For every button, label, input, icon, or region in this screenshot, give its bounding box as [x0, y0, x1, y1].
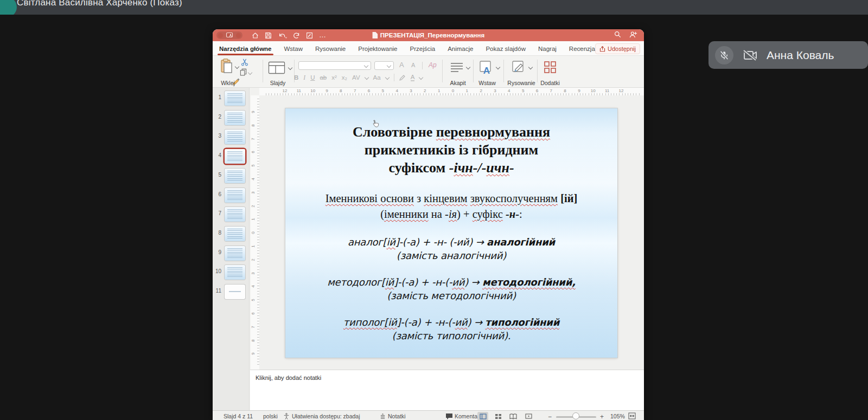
slide-thumbnail-3[interactable]: 3 [213, 130, 250, 146]
format-button-5[interactable]: x² [331, 74, 337, 81]
vertical-ruler[interactable]: 9876543210123456789 [251, 95, 260, 370]
form-compose-icon[interactable] [306, 32, 313, 39]
share-user-icon[interactable] [629, 30, 637, 40]
thumbnail-preview[interactable] [225, 91, 245, 106]
zoom-level-label[interactable]: 105% [610, 413, 625, 419]
format-chevron-icon[interactable] [364, 75, 368, 80]
addins-group-label[interactable]: Dodatki [540, 80, 560, 86]
slide-thumbnail-4[interactable]: 4 [213, 149, 250, 165]
slide[interactable]: Словотвірне перевнормуванняприкметників … [285, 108, 617, 358]
tab-8[interactable]: Nagraj [538, 41, 557, 56]
paste-group-label[interactable]: Wklej [221, 80, 235, 86]
slide-thumbnail-1[interactable]: 1 [213, 91, 250, 107]
more-commands-icon[interactable]: … [319, 33, 326, 38]
accessibility-status[interactable]: Ułatwienia dostępu: zbadaj [283, 413, 360, 419]
thumbnail-preview[interactable] [225, 130, 245, 144]
tab-3[interactable]: Rysowanie [315, 41, 346, 56]
format-button-6[interactable]: x₂ [342, 74, 347, 81]
format-chevron-icon[interactable] [385, 75, 389, 80]
window-title-bar[interactable]: … ПРЕЗЕНТАЦІЯ_Перевнормування [213, 29, 644, 41]
notes-pane[interactable]: Kliknij, aby dodać notatki [250, 370, 644, 410]
copy-icon[interactable] [240, 68, 247, 76]
format-button-4[interactable]: ab [320, 74, 327, 81]
thumbnail-preview[interactable] [225, 285, 245, 299]
tab-1[interactable]: Narzędzia główne [219, 41, 272, 56]
font-color-chevron-icon[interactable] [419, 75, 423, 80]
paste-icon[interactable] [220, 59, 233, 75]
font-name-select[interactable] [298, 61, 371, 70]
slide-body[interactable]: Іменникові основи з кінцевим звукосполуч… [285, 191, 617, 343]
slide-title[interactable]: Словотвірне перевнормуванняприкметників … [285, 123, 617, 177]
format-button-8[interactable]: Aa [373, 74, 381, 81]
grow-font-button[interactable]: A [399, 61, 404, 69]
participant-tile[interactable]: Анна Коваль [709, 41, 868, 69]
addins-icon[interactable] [544, 61, 557, 74]
insert-icon[interactable]: A [480, 61, 494, 75]
shrink-font-button[interactable]: A [411, 62, 415, 68]
fit-slide-icon[interactable] [628, 412, 636, 419]
save-icon[interactable] [265, 32, 272, 39]
thumbnail-preview[interactable] [225, 207, 245, 222]
notes-placeholder[interactable]: Kliknij, aby dodać notatki [256, 374, 321, 381]
thumbnail-preview[interactable] [225, 149, 245, 164]
slideshow-view-button[interactable] [523, 412, 534, 420]
new-slide-icon[interactable] [268, 61, 285, 74]
slides-group-label[interactable]: Slajdy [270, 80, 286, 86]
slide-thumbnail-7[interactable]: 7 [213, 207, 250, 223]
thumbnail-preview[interactable] [225, 169, 245, 183]
slide-thumbnail-10[interactable]: 10 [213, 265, 250, 281]
draw-chevron-icon[interactable] [528, 65, 533, 69]
thumbnail-preview[interactable] [225, 246, 245, 261]
cut-icon[interactable] [241, 59, 248, 66]
notes-toggle[interactable]: Notatki [380, 413, 406, 419]
draw-icon[interactable] [512, 61, 526, 75]
drawing-group-label[interactable]: Rysowanie [507, 80, 535, 86]
tab-2[interactable]: Wstaw [284, 41, 304, 56]
search-icon[interactable] [614, 30, 621, 40]
slide-sorter-view-button[interactable] [493, 412, 503, 420]
undo-icon[interactable] [278, 32, 287, 39]
tab-4[interactable]: Projektowanie [358, 41, 398, 56]
zoom-in-button[interactable]: + [600, 413, 604, 420]
slides-menu-chevron-icon[interactable] [288, 66, 292, 70]
font-color-button[interactable]: A [411, 74, 415, 81]
highlight-pen-icon[interactable] [399, 74, 406, 81]
slide-thumbnail-panel[interactable]: 1234567891011 [213, 88, 250, 410]
insert-chevron-icon[interactable] [496, 65, 500, 69]
home-icon[interactable] [252, 32, 259, 39]
paragraph-icon[interactable] [450, 62, 463, 72]
copy-menu-chevron-icon[interactable] [248, 70, 252, 75]
slide-editing-area[interactable]: Словотвірне перевнормуванняприкметників … [259, 95, 644, 370]
slide-thumbnail-11[interactable]: 11 [213, 285, 250, 301]
normal-view-button[interactable] [477, 412, 488, 420]
reading-view-button[interactable] [508, 412, 519, 420]
language-indicator[interactable]: polski [263, 413, 278, 419]
redo-icon[interactable] [293, 32, 300, 39]
slide-thumbnail-9[interactable]: 9 [213, 246, 250, 262]
tabs-overflow-icon[interactable]: » [579, 45, 582, 51]
clear-formatting-button[interactable]: Ap [429, 61, 437, 69]
thumbnail-preview[interactable] [225, 111, 245, 125]
tab-7[interactable]: Pokaz slajdów [485, 41, 526, 56]
format-button-1[interactable]: B [294, 74, 298, 81]
slide-thumbnail-8[interactable]: 8 [213, 227, 250, 243]
paragraph-chevron-icon[interactable] [466, 65, 470, 69]
tab-5[interactable]: Przejścia [409, 41, 436, 56]
thumbnail-preview[interactable] [225, 227, 245, 241]
tab-6[interactable]: Animacje [447, 41, 474, 56]
thumbnail-preview[interactable] [225, 188, 245, 203]
zoom-window-icon[interactable] [236, 33, 241, 38]
font-size-select[interactable] [374, 61, 394, 70]
zoom-slider-knob[interactable] [572, 412, 579, 419]
slide-thumbnail-2[interactable]: 2 [213, 111, 250, 127]
format-button-3[interactable]: U [310, 74, 315, 81]
format-button-2[interactable]: I [303, 74, 305, 81]
slide-thumbnail-6[interactable]: 6 [213, 188, 250, 204]
share-button[interactable]: Udostępnij [595, 43, 640, 54]
close-window-icon[interactable] [218, 33, 223, 38]
paragraph-group-label[interactable]: Akapit [450, 80, 465, 86]
traffic-lights[interactable] [216, 31, 242, 39]
insert-group-label[interactable]: Wstaw [478, 80, 496, 86]
thumbnail-preview[interactable] [225, 265, 245, 280]
horizontal-ruler[interactable]: 1211109876543210123456789101112 [259, 88, 644, 96]
